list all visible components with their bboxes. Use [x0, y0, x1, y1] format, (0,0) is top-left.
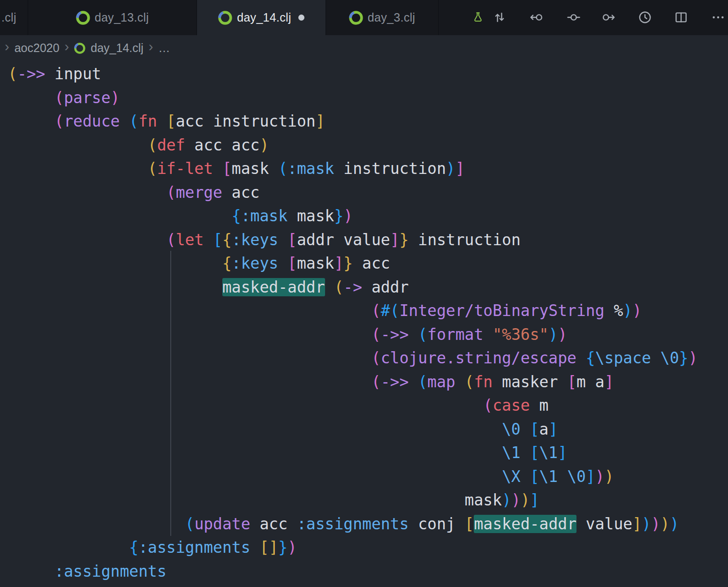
code-token: ]: [558, 444, 567, 462]
commit-next-icon[interactable]: [602, 10, 616, 24]
code-token: (: [167, 231, 176, 249]
code-token: [: [530, 420, 539, 438]
code-token: (: [372, 373, 381, 391]
code-token: [8, 396, 483, 414]
code-line[interactable]: {:mask mask}): [8, 204, 728, 228]
code-token: [8, 207, 232, 225]
code-line[interactable]: (->> (format "%36s")): [8, 323, 728, 347]
code-token: a: [539, 420, 549, 438]
code-token: masker: [493, 373, 567, 391]
code-token: fn: [138, 112, 157, 130]
code-token: (: [418, 325, 427, 344]
code-line[interactable]: mask)))]: [8, 489, 728, 512]
code-line[interactable]: masked-addr (-> addr: [8, 276, 728, 300]
code-token: (: [372, 301, 381, 320]
code-token: ): [548, 325, 558, 344]
code-token: [8, 515, 185, 533]
code-line[interactable]: (#(Integer/toBinaryString %)): [8, 299, 728, 323]
code-line[interactable]: (merge acc: [8, 181, 728, 205]
code-lines: (->> input (parse) (reduce (fn [acc inst…: [0, 61, 728, 587]
code-token: ]: [316, 112, 325, 130]
code-token: addr value: [297, 231, 390, 249]
modified-indicator[interactable]: [298, 15, 304, 21]
code-token: %: [605, 301, 623, 320]
code-token: [8, 373, 372, 391]
code-token: ): [660, 515, 670, 533]
code-line[interactable]: \X [\1 \0])): [8, 465, 728, 489]
green-flask-icon[interactable]: [472, 10, 484, 24]
code-line[interactable]: {:assignments []}): [8, 536, 728, 560]
breadcrumb-item-file[interactable]: day_14.clj: [91, 41, 144, 55]
code-token: case: [493, 396, 530, 414]
code-token: [8, 89, 54, 107]
code-token: [120, 112, 129, 130]
code-token: [8, 231, 167, 249]
code-token: ->>: [381, 373, 409, 391]
commit-previous-icon[interactable]: [529, 10, 543, 24]
more-actions-icon[interactable]: [711, 10, 725, 24]
code-token: ]: [269, 538, 278, 557]
split-editor-icon[interactable]: [674, 10, 688, 24]
code-line[interactable]: (clojure.string/escape {\space \0}): [8, 346, 728, 370]
code-token: [278, 254, 288, 272]
code-line[interactable]: (map (fn [[addr value]]: [8, 583, 728, 587]
breadcrumb-item-symbol[interactable]: …: [159, 41, 170, 55]
code-token: :keys: [232, 231, 278, 249]
commit-current-icon[interactable]: [567, 10, 581, 24]
compare-changes-icon[interactable]: [493, 10, 507, 24]
highlighted-occurrence: masked-addr: [474, 515, 576, 533]
code-token: clojure.string/escape: [381, 349, 576, 367]
code-token: (: [54, 112, 64, 130]
code-token: [409, 325, 418, 344]
tab-day-13[interactable]: day_13.clj: [28, 0, 197, 35]
tab-label: .clj: [1, 11, 16, 24]
code-token: [483, 325, 493, 344]
code-token: ]: [632, 515, 642, 533]
code-token: [: [213, 231, 222, 249]
code-token: ): [642, 515, 651, 533]
code-token: (: [334, 278, 343, 296]
code-token: instruction: [409, 231, 520, 249]
code-line[interactable]: :assignments: [8, 560, 728, 584]
code-line[interactable]: (if-let [mask (:mask instruction)]: [8, 157, 728, 181]
code-line[interactable]: \1 [\1]: [8, 441, 728, 465]
code-line[interactable]: (->> (map (fn masker [m a]: [8, 370, 728, 394]
code-token: ]: [390, 231, 400, 249]
clojure-file-icon: [349, 11, 363, 25]
code-token: }: [679, 349, 689, 367]
code-token: [409, 373, 418, 391]
code-token: acc: [250, 515, 297, 533]
code-line[interactable]: (update acc :assignments conj [masked-ad…: [8, 512, 728, 536]
code-line[interactable]: (let [{:keys [addr value]} instruction: [8, 228, 728, 252]
highlighted-occurrence: masked-addr: [222, 278, 325, 296]
code-line[interactable]: (->> input: [8, 62, 728, 86]
code-token: input: [45, 65, 101, 83]
code-token: [8, 538, 129, 557]
code-token: \X: [502, 467, 521, 486]
code-line[interactable]: (reduce (fn [acc instruction]: [8, 110, 728, 134]
code-line[interactable]: (def acc acc): [8, 134, 728, 158]
code-line[interactable]: (parse): [8, 86, 728, 110]
code-token: value: [576, 515, 632, 533]
code-line[interactable]: \0 [a]: [8, 418, 728, 442]
code-token: (: [372, 325, 381, 344]
code-token: :mask: [241, 207, 288, 225]
tab-partial-clj[interactable]: .clj: [0, 0, 28, 35]
breadcrumb-item-folder[interactable]: aoc2020: [15, 41, 60, 55]
code-line[interactable]: (case m: [8, 394, 728, 418]
code-token: mask: [8, 491, 502, 509]
code-token: mask: [232, 159, 278, 178]
code-token: ]: [455, 159, 465, 178]
code-token: \1: [502, 444, 521, 462]
code-token: {: [222, 254, 232, 272]
tab-day-3[interactable]: day_3.clj: [326, 0, 439, 35]
tab-day-14[interactable]: day_14.clj: [197, 0, 326, 35]
code-editor[interactable]: (->> input (parse) (reduce (fn [acc inst…: [0, 61, 728, 587]
code-token: (: [54, 89, 64, 107]
code-token: (: [465, 373, 474, 391]
code-token: [8, 562, 54, 580]
code-token: [: [567, 373, 576, 391]
code-line[interactable]: {:keys [mask]} acc: [8, 252, 728, 276]
file-history-icon[interactable]: [638, 10, 652, 24]
clojure-file-icon: [74, 43, 85, 54]
